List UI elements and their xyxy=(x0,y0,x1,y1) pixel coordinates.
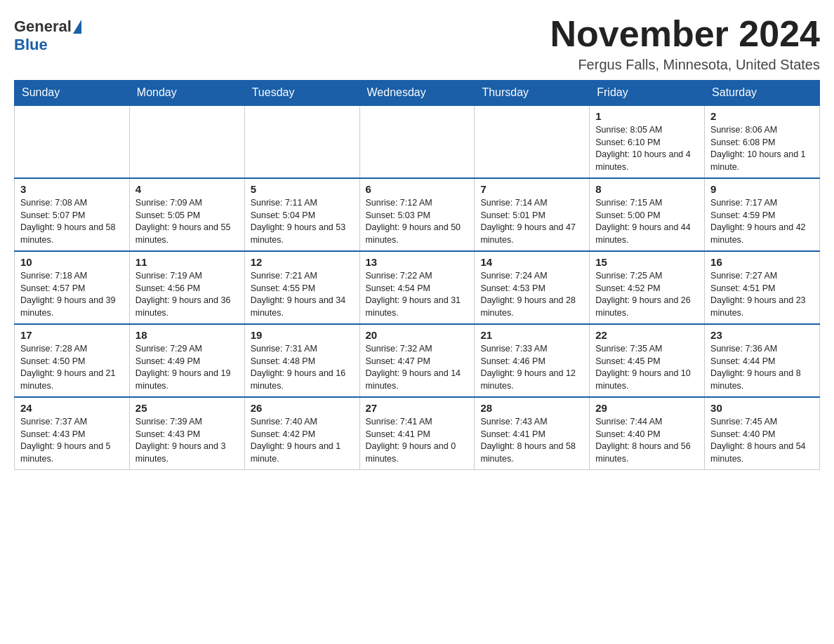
calendar-cell: 17Sunrise: 7:28 AMSunset: 4:50 PMDayligh… xyxy=(15,324,130,397)
day-info: Sunrise: 7:43 AMSunset: 4:41 PMDaylight:… xyxy=(480,416,583,465)
day-number: 18 xyxy=(135,329,239,341)
calendar-day-header: Thursday xyxy=(475,81,590,106)
calendar-cell: 23Sunrise: 7:36 AMSunset: 4:44 PMDayligh… xyxy=(705,324,820,397)
calendar-cell: 3Sunrise: 7:08 AMSunset: 5:07 PMDaylight… xyxy=(15,178,130,251)
logo-general-text: General xyxy=(14,18,72,36)
day-number: 24 xyxy=(20,402,124,414)
calendar-cell: 9Sunrise: 7:17 AMSunset: 4:59 PMDaylight… xyxy=(705,178,820,251)
calendar-week-row: 17Sunrise: 7:28 AMSunset: 4:50 PMDayligh… xyxy=(15,324,820,397)
day-number: 27 xyxy=(366,402,469,414)
calendar-cell: 25Sunrise: 7:39 AMSunset: 4:43 PMDayligh… xyxy=(129,397,244,470)
day-info: Sunrise: 7:44 AMSunset: 4:40 PMDaylight:… xyxy=(595,416,699,465)
calendar-cell: 22Sunrise: 7:35 AMSunset: 4:45 PMDayligh… xyxy=(590,324,705,397)
day-number: 17 xyxy=(20,329,124,341)
calendar-cell: 8Sunrise: 7:15 AMSunset: 5:00 PMDaylight… xyxy=(590,178,705,251)
calendar-cell xyxy=(359,105,475,178)
calendar-cell: 10Sunrise: 7:18 AMSunset: 4:57 PMDayligh… xyxy=(15,251,130,324)
day-info: Sunrise: 7:31 AMSunset: 4:48 PMDaylight:… xyxy=(251,343,354,392)
calendar-cell xyxy=(475,105,590,178)
calendar-week-row: 24Sunrise: 7:37 AMSunset: 4:43 PMDayligh… xyxy=(15,397,820,470)
calendar-cell: 12Sunrise: 7:21 AMSunset: 4:55 PMDayligh… xyxy=(244,251,359,324)
day-number: 4 xyxy=(135,183,239,195)
day-info: Sunrise: 7:08 AMSunset: 5:07 PMDaylight:… xyxy=(20,197,124,246)
calendar-cell: 27Sunrise: 7:41 AMSunset: 4:41 PMDayligh… xyxy=(359,397,475,470)
day-number: 14 xyxy=(480,256,583,268)
day-number: 28 xyxy=(480,402,583,414)
day-info: Sunrise: 7:41 AMSunset: 4:41 PMDaylight:… xyxy=(366,416,469,465)
calendar-cell xyxy=(244,105,359,178)
day-number: 5 xyxy=(251,183,354,195)
day-number: 15 xyxy=(595,256,699,268)
day-info: Sunrise: 7:18 AMSunset: 4:57 PMDaylight:… xyxy=(20,270,124,319)
calendar-cell: 13Sunrise: 7:22 AMSunset: 4:54 PMDayligh… xyxy=(359,251,475,324)
day-info: Sunrise: 7:11 AMSunset: 5:04 PMDaylight:… xyxy=(251,197,354,246)
page-header: General Blue November 2024 Fergus Falls,… xyxy=(14,14,820,73)
day-number: 12 xyxy=(251,256,354,268)
day-info: Sunrise: 8:06 AMSunset: 6:08 PMDaylight:… xyxy=(710,124,814,173)
day-info: Sunrise: 7:27 AMSunset: 4:51 PMDaylight:… xyxy=(710,270,814,319)
day-number: 10 xyxy=(20,256,124,268)
day-number: 26 xyxy=(251,402,354,414)
calendar-cell: 1Sunrise: 8:05 AMSunset: 6:10 PMDaylight… xyxy=(590,105,705,178)
day-number: 7 xyxy=(480,183,583,195)
day-info: Sunrise: 7:21 AMSunset: 4:55 PMDaylight:… xyxy=(251,270,354,319)
calendar-table: SundayMondayTuesdayWednesdayThursdayFrid… xyxy=(14,80,820,470)
day-info: Sunrise: 7:12 AMSunset: 5:03 PMDaylight:… xyxy=(366,197,469,246)
day-number: 23 xyxy=(710,329,814,341)
calendar-day-header: Tuesday xyxy=(244,81,359,106)
calendar-cell: 28Sunrise: 7:43 AMSunset: 4:41 PMDayligh… xyxy=(475,397,590,470)
day-info: Sunrise: 7:35 AMSunset: 4:45 PMDaylight:… xyxy=(595,343,699,392)
day-number: 25 xyxy=(135,402,239,414)
calendar-cell: 5Sunrise: 7:11 AMSunset: 5:04 PMDaylight… xyxy=(244,178,359,251)
day-info: Sunrise: 7:09 AMSunset: 5:05 PMDaylight:… xyxy=(135,197,239,246)
calendar-cell: 15Sunrise: 7:25 AMSunset: 4:52 PMDayligh… xyxy=(590,251,705,324)
location-subtitle: Fergus Falls, Minnesota, United States xyxy=(550,57,820,73)
day-info: Sunrise: 7:17 AMSunset: 4:59 PMDaylight:… xyxy=(710,197,814,246)
calendar-day-header: Saturday xyxy=(705,81,820,106)
day-number: 21 xyxy=(480,329,583,341)
day-number: 30 xyxy=(710,402,814,414)
day-number: 2 xyxy=(710,110,814,122)
title-block: November 2024 Fergus Falls, Minnesota, U… xyxy=(550,14,820,73)
day-number: 20 xyxy=(366,329,469,341)
day-info: Sunrise: 7:39 AMSunset: 4:43 PMDaylight:… xyxy=(135,416,239,465)
month-title: November 2024 xyxy=(550,14,820,54)
day-number: 1 xyxy=(595,110,699,122)
calendar-week-row: 1Sunrise: 8:05 AMSunset: 6:10 PMDaylight… xyxy=(15,105,820,178)
logo-blue-text: Blue xyxy=(14,36,48,53)
calendar-day-header: Friday xyxy=(590,81,705,106)
calendar-cell xyxy=(15,105,130,178)
day-info: Sunrise: 7:29 AMSunset: 4:49 PMDaylight:… xyxy=(135,343,239,392)
calendar-cell: 30Sunrise: 7:45 AMSunset: 4:40 PMDayligh… xyxy=(705,397,820,470)
day-number: 6 xyxy=(366,183,469,195)
calendar-cell: 11Sunrise: 7:19 AMSunset: 4:56 PMDayligh… xyxy=(129,251,244,324)
day-number: 19 xyxy=(251,329,354,341)
day-info: Sunrise: 7:14 AMSunset: 5:01 PMDaylight:… xyxy=(480,197,583,246)
day-info: Sunrise: 7:33 AMSunset: 4:46 PMDaylight:… xyxy=(480,343,583,392)
calendar-cell: 24Sunrise: 7:37 AMSunset: 4:43 PMDayligh… xyxy=(15,397,130,470)
calendar-cell: 20Sunrise: 7:32 AMSunset: 4:47 PMDayligh… xyxy=(359,324,475,397)
calendar-day-header: Monday xyxy=(129,81,244,106)
calendar-cell: 7Sunrise: 7:14 AMSunset: 5:01 PMDaylight… xyxy=(475,178,590,251)
day-info: Sunrise: 7:28 AMSunset: 4:50 PMDaylight:… xyxy=(20,343,124,392)
calendar-week-row: 3Sunrise: 7:08 AMSunset: 5:07 PMDaylight… xyxy=(15,178,820,251)
calendar-cell: 4Sunrise: 7:09 AMSunset: 5:05 PMDaylight… xyxy=(129,178,244,251)
calendar-header-row: SundayMondayTuesdayWednesdayThursdayFrid… xyxy=(15,81,820,106)
calendar-cell: 26Sunrise: 7:40 AMSunset: 4:42 PMDayligh… xyxy=(244,397,359,470)
calendar-cell: 16Sunrise: 7:27 AMSunset: 4:51 PMDayligh… xyxy=(705,251,820,324)
calendar-day-header: Sunday xyxy=(15,81,130,106)
day-number: 3 xyxy=(20,183,124,195)
day-info: Sunrise: 7:45 AMSunset: 4:40 PMDaylight:… xyxy=(710,416,814,465)
day-info: Sunrise: 7:25 AMSunset: 4:52 PMDaylight:… xyxy=(595,270,699,319)
day-info: Sunrise: 7:32 AMSunset: 4:47 PMDaylight:… xyxy=(366,343,469,392)
day-info: Sunrise: 7:15 AMSunset: 5:00 PMDaylight:… xyxy=(595,197,699,246)
day-number: 29 xyxy=(595,402,699,414)
day-number: 16 xyxy=(710,256,814,268)
day-info: Sunrise: 7:36 AMSunset: 4:44 PMDaylight:… xyxy=(710,343,814,392)
day-info: Sunrise: 7:22 AMSunset: 4:54 PMDaylight:… xyxy=(366,270,469,319)
day-info: Sunrise: 7:37 AMSunset: 4:43 PMDaylight:… xyxy=(20,416,124,465)
day-number: 22 xyxy=(595,329,699,341)
day-number: 8 xyxy=(595,183,699,195)
day-number: 13 xyxy=(366,256,469,268)
calendar-cell: 21Sunrise: 7:33 AMSunset: 4:46 PMDayligh… xyxy=(475,324,590,397)
